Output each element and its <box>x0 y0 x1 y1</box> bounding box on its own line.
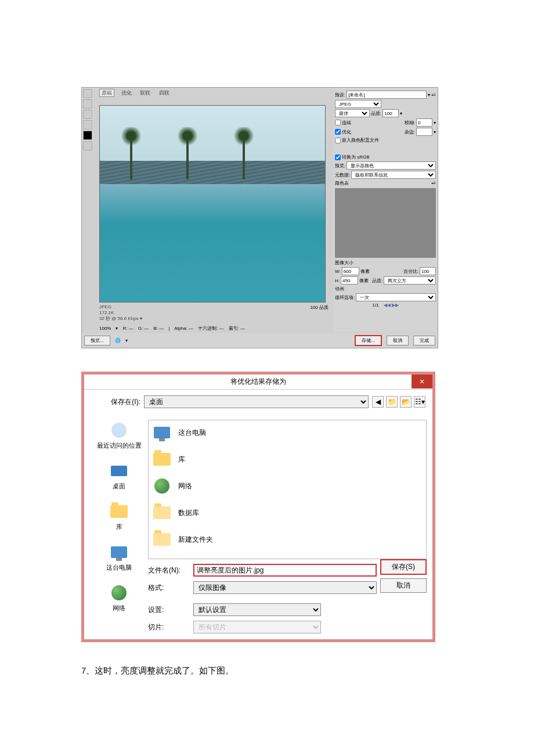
b-value: B: — <box>153 326 164 331</box>
slices-label: 切片: <box>148 622 189 632</box>
loop-select[interactable]: 一次 <box>356 293 436 301</box>
up-icon[interactable]: 📁 <box>386 396 398 408</box>
cancel-button[interactable]: 取消 <box>380 578 427 593</box>
matte-label: 杂边: <box>405 129 415 135</box>
list-item[interactable]: 库 <box>151 450 423 469</box>
preset-dropdown-icon[interactable]: ▾ <box>428 92 430 98</box>
toggle-slices[interactable] <box>83 141 92 150</box>
blur-input[interactable] <box>416 118 432 127</box>
place-network-label: 网络 <box>90 604 148 613</box>
panel-menu-icon[interactable]: ▪≡ <box>431 92 436 98</box>
item-label: 数据库 <box>178 508 199 518</box>
zoom-dropdown-icon[interactable]: ▾ <box>116 326 118 331</box>
slices-select: 所有切片 <box>193 621 321 633</box>
matte-dropdown-icon[interactable]: ▾ <box>434 129 436 135</box>
zoom-value[interactable]: 100% <box>99 326 111 331</box>
quality-input[interactable] <box>383 109 399 117</box>
place-computer-label: 这台电脑 <box>90 563 148 572</box>
caption-text: 7、这时，亮度调整就完成了。如下图。 <box>81 665 453 676</box>
cancel-button[interactable]: 取消 <box>387 336 409 345</box>
resample-select[interactable]: 两次立方 <box>384 276 436 285</box>
place-recent-label: 最近访问的位置 <box>90 441 148 450</box>
optimize-label: 优化 <box>342 129 351 135</box>
place-network[interactable]: 网络 <box>90 582 148 613</box>
item-label: 这台电脑 <box>178 428 206 438</box>
list-item[interactable]: 新建文件夹 <box>151 530 423 549</box>
imagesize-label: 图像大小 <box>335 260 353 266</box>
quality-preset[interactable]: 最佳 <box>335 109 370 117</box>
percent-label: 百分比: <box>403 268 418 275</box>
preview-select[interactable]: 显示器颜色 <box>347 161 436 170</box>
format-select[interactable]: 仅限图像 <box>193 581 377 594</box>
w-label: W: <box>335 269 341 274</box>
g-value: G: — <box>138 326 149 331</box>
list-item[interactable]: 这台电脑 <box>151 423 423 442</box>
embed-profile-checkbox[interactable] <box>335 138 341 143</box>
preview-browser-button[interactable]: 预览... <box>84 336 110 345</box>
zoom-tool[interactable] <box>83 110 92 119</box>
w-px: 像素 <box>360 268 370 275</box>
done-button[interactable]: 完成 <box>413 336 435 345</box>
quality-dropdown-icon[interactable]: ▾ <box>400 111 402 116</box>
savein-select[interactable]: 桌面 <box>144 395 369 408</box>
save-button[interactable]: 保存(S) <box>380 559 427 575</box>
file-list[interactable]: 这台电脑 库 网络 数据库 <box>148 420 427 559</box>
viewmenu-icon[interactable]: ☷▾ <box>414 396 425 408</box>
sfw-bottom-bar: 预览... 🌐 ▾ 存储... 取消 完成 <box>82 333 438 348</box>
place-library[interactable]: 库 <box>90 501 148 531</box>
frame-next-icon[interactable]: ▶▶ <box>392 303 399 308</box>
preset-field[interactable] <box>347 91 427 99</box>
save-as-dialog: 将优化结果存储为 × 保存在(I): 桌面 ◀ 📁 📂 ☷▾ <box>81 372 435 642</box>
colortable-menu-icon[interactable]: ▪≡ <box>431 181 436 186</box>
place-desktop[interactable]: 桌面 <box>90 460 148 491</box>
place-recent[interactable]: 最近访问的位置 <box>90 420 148 450</box>
convert-srgb-checkbox[interactable] <box>335 154 341 160</box>
settings-label: 设置: <box>148 605 189 615</box>
network-icon <box>111 585 127 600</box>
alpha-value: Alpha: — <box>174 326 193 331</box>
eyedropper-tool[interactable] <box>83 120 92 129</box>
resample-label: 品质: <box>372 278 383 284</box>
browser-dropdown-icon[interactable]: ▾ <box>125 338 128 343</box>
percent-input[interactable] <box>420 267 436 275</box>
filename-label: 文件名(N): <box>148 566 189 575</box>
tab-2up[interactable]: 双联 <box>138 89 152 96</box>
frame-prev-icon[interactable]: ◀◀ <box>384 303 391 308</box>
savein-label: 保存在(I): <box>91 397 140 407</box>
metadata-select[interactable]: 版权和联系信息 <box>351 171 436 179</box>
sfw-left-toolbar <box>82 88 93 146</box>
matte-input[interactable] <box>416 128 432 136</box>
library-icon <box>110 505 128 518</box>
loop-label: 循环选项: <box>335 294 355 301</box>
slice-tool[interactable] <box>83 99 92 109</box>
optimize-checkbox[interactable] <box>335 129 341 135</box>
list-item[interactable]: 网络 <box>151 477 423 495</box>
place-computer[interactable]: 这台电脑 <box>90 542 148 572</box>
blur-dropdown-icon[interactable]: ▾ <box>434 120 436 125</box>
progressive-checkbox[interactable] <box>335 120 341 125</box>
hand-tool[interactable] <box>83 89 92 98</box>
anim-label: 动画 <box>335 286 344 292</box>
tab-4up[interactable]: 四联 <box>157 89 171 96</box>
computer-icon <box>154 427 170 438</box>
tab-optimized[interactable]: 优化 <box>120 89 134 96</box>
back-icon[interactable]: ◀ <box>372 396 384 408</box>
list-item[interactable]: 数据库 <box>151 503 423 522</box>
close-button[interactable]: × <box>412 375 432 388</box>
quality-label: 品质: <box>371 110 381 117</box>
tab-original[interactable]: 原稿 <box>99 89 114 97</box>
titlebar: 将优化结果存储为 × <box>84 375 432 390</box>
item-label: 库 <box>178 455 185 465</box>
width-input[interactable] <box>342 267 359 275</box>
settings-select[interactable]: 默认设置 <box>193 603 321 616</box>
info-size: 172.1K <box>99 310 142 316</box>
newfolder-icon[interactable]: 📂 <box>400 396 412 408</box>
h-label: H: <box>335 278 340 283</box>
save-button[interactable]: 存储... <box>355 335 382 346</box>
browser-icon[interactable]: 🌐 <box>115 338 121 343</box>
height-input[interactable] <box>341 276 358 285</box>
filename-input[interactable] <box>193 564 377 577</box>
color-swatch[interactable] <box>83 131 92 140</box>
dialog-title: 将优化结果存储为 <box>230 377 286 386</box>
format-select[interactable]: JPEG <box>335 100 381 108</box>
